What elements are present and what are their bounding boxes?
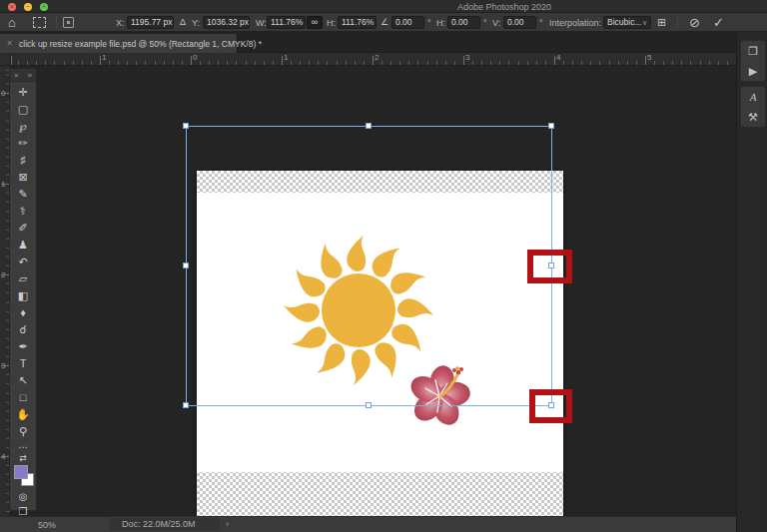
document-tab-bar: × click up resize example file.psd @ 50%…	[0, 32, 767, 53]
move-tool[interactable]: ✛	[10, 84, 36, 101]
collapse-panel-icon[interactable]: »	[28, 71, 32, 80]
rectangular-marquee-tool[interactable]: ▢	[10, 101, 36, 118]
v-skew-field[interactable]: 0.00	[503, 16, 536, 29]
y-position-field[interactable]: 1036.32 px	[203, 16, 250, 29]
ruler-number: 0	[1, 89, 5, 98]
ruler-number: 2	[375, 53, 379, 62]
degree-symbol: °	[427, 18, 431, 28]
ruler-corner	[0, 53, 11, 66]
transform-handle-middle-left[interactable]	[183, 263, 189, 268]
close-window-button[interactable]: ×	[8, 3, 16, 11]
quick-selection-tool[interactable]: ✏	[10, 135, 36, 152]
interpolation-value: Bicubic...	[607, 17, 642, 27]
ruler-number: 4	[556, 53, 560, 62]
interpolation-label: Interpolation:	[549, 18, 601, 28]
transform-handle-bottom-left[interactable]	[183, 402, 189, 408]
close-tab-icon[interactable]: ×	[7, 38, 12, 48]
crop-tool[interactable]: ♯	[10, 152, 36, 169]
height-field[interactable]: 111.76%	[338, 16, 377, 29]
reference-point-locator[interactable]	[63, 17, 74, 28]
transform-handle-top-left[interactable]	[183, 123, 189, 129]
close-panel-icon[interactable]: ×	[14, 71, 19, 80]
options-bar: ⌂ X: 1195.77 px Δ Y: 1036.32 px W: 111.7…	[0, 13, 767, 32]
tools-list: ✛ ▢ ℘ ✏ ♯ ⊠ ✎ ⚕ ✐ ♟ ↶ ▱ ◧ ♦ ☌ ✒ T ↖ □ ✋ …	[10, 84, 36, 440]
horizontal-ruler: 1 0 1 2 3 4 5	[11, 53, 736, 66]
status-bar: 50% Doc: 22.0M/25.0M ›	[0, 516, 736, 532]
maintain-aspect-ratio-button[interactable]: ∞	[307, 16, 323, 29]
interpolation-dropdown[interactable]: Bicubic...∨	[603, 16, 651, 29]
paragraph-styles-panel-icon[interactable]: A	[741, 87, 765, 107]
h-skew-field[interactable]: 0.00	[447, 16, 480, 29]
h-skew-label: H:	[436, 18, 445, 28]
rectangle-shape-tool[interactable]: □	[10, 389, 36, 406]
transform-handle-top-center[interactable]	[366, 123, 372, 129]
transform-handle-top-right[interactable]	[548, 123, 554, 129]
pen-tool[interactable]: ✒	[10, 338, 36, 355]
ruler-number: 0	[193, 53, 197, 62]
title-bar: × − + Adobe Photoshop 2020	[0, 0, 767, 13]
ruler-number: 1	[1, 180, 5, 189]
ruler-number: 3	[1, 361, 5, 370]
divider	[677, 16, 678, 29]
ruler-number: 2	[1, 270, 5, 279]
history-brush-tool[interactable]: ↶	[10, 254, 36, 270]
zoom-tool[interactable]: ⚲	[10, 423, 36, 440]
relative-positioning-toggle[interactable]: Δ	[180, 16, 186, 29]
commit-transform-button[interactable]: ✓	[713, 15, 724, 30]
type-tool[interactable]: T	[10, 355, 36, 372]
transform-handle-bottom-center[interactable]	[366, 402, 372, 408]
dock-group: ❐ ▶	[740, 40, 766, 82]
history-panel-icon[interactable]: ❐	[741, 41, 765, 61]
document-size-indicator: Doc: 22.0M/25.0M	[110, 518, 220, 531]
eraser-tool[interactable]: ▱	[10, 270, 36, 287]
document-tab[interactable]: × click up resize example file.psd @ 50%…	[0, 34, 238, 53]
path-selection-tool[interactable]: ↖	[10, 372, 36, 389]
ruler-ticks	[11, 56, 736, 65]
warp-mode-toggle[interactable]: ⊞	[657, 16, 666, 29]
window-title: Adobe Photoshop 2020	[419, 2, 589, 12]
dock-group: A ⚒	[740, 86, 766, 128]
degree-symbol: °	[539, 18, 543, 28]
hand-tool[interactable]: ✋	[10, 406, 36, 423]
eyedropper-tool[interactable]: ✎	[10, 186, 36, 203]
gradient-tool[interactable]: ◧	[10, 287, 36, 304]
zoom-level-field[interactable]: 50%	[38, 520, 56, 530]
rotate-angle-icon: ∠	[381, 16, 388, 29]
chevron-down-icon: ∨	[642, 17, 647, 28]
clone-stamp-tool[interactable]: ♟	[10, 237, 36, 254]
transform-tool-icon[interactable]	[33, 17, 46, 28]
home-icon[interactable]: ⌂	[8, 15, 16, 30]
ruler-number: 1	[102, 53, 106, 62]
brush-tool[interactable]: ✐	[10, 220, 36, 237]
v-skew-label: V:	[492, 18, 500, 28]
cancel-transform-button[interactable]: ⊘	[689, 15, 700, 30]
status-chevron-icon[interactable]: ›	[226, 519, 229, 529]
width-field[interactable]: 111.76%	[267, 16, 306, 29]
spot-healing-brush-tool[interactable]: ⚕	[10, 203, 36, 220]
actions-panel-icon[interactable]: ▶	[741, 61, 765, 81]
annotation-box-middle-right-handle	[527, 250, 572, 283]
zoom-window-button[interactable]: +	[40, 3, 48, 11]
lasso-tool[interactable]: ℘	[10, 118, 36, 135]
edit-toolbar-icon[interactable]: …	[10, 440, 36, 452]
transform-bounding-box[interactable]	[186, 126, 552, 406]
x-label: X:	[116, 18, 125, 28]
swap-colors-icon[interactable]: ⇄	[10, 452, 36, 464]
blur-tool[interactable]: ♦	[10, 304, 36, 321]
photoshop-window: × − + Adobe Photoshop 2020 ⌂ X: 1195.77 …	[0, 0, 767, 532]
ruler-number: 4	[1, 452, 5, 461]
width-label: W:	[256, 18, 267, 28]
quick-mask-mode-button[interactable]: ◎	[10, 490, 36, 505]
x-position-field[interactable]: 1195.77 px	[127, 16, 174, 29]
ruler-number: 5	[647, 53, 651, 62]
minimize-window-button[interactable]: −	[24, 3, 32, 11]
tools-panel-header: × »	[10, 69, 36, 82]
ruler-number: 3	[465, 53, 469, 62]
rotation-field[interactable]: 0.00	[391, 16, 424, 29]
frame-tool[interactable]: ⊠	[10, 169, 36, 186]
toolbar-footer: … ⇄ ◎ ❐	[10, 440, 36, 520]
dodge-tool[interactable]: ☌	[10, 321, 36, 338]
right-panel-dock: ❐ ▶ A ⚒	[736, 32, 767, 532]
foreground-color-swatch[interactable]	[14, 465, 28, 479]
tool-presets-panel-icon[interactable]: ⚒	[741, 107, 765, 127]
